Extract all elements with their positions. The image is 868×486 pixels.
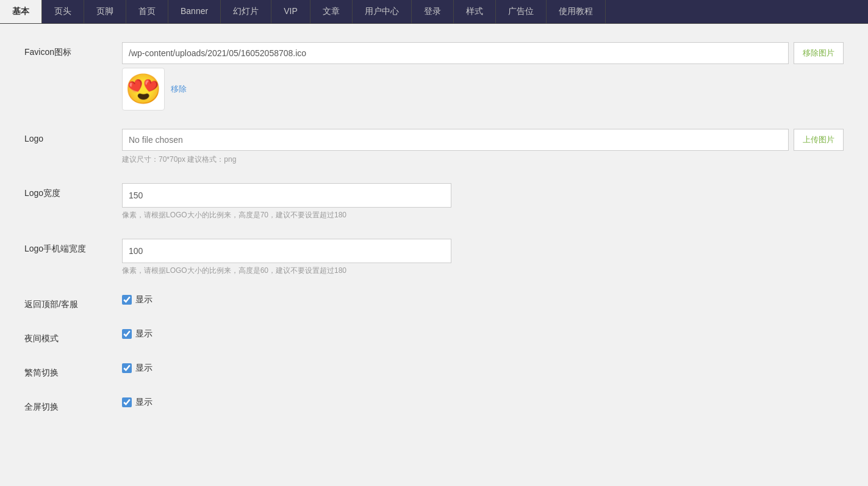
tab-home[interactable]: 首页 bbox=[126, 0, 168, 23]
back-to-top-checkbox-row: 显示 bbox=[122, 294, 844, 305]
logo-width-row: Logo宽度 像素，请根据LOGO大小的比例来，高度是70，建议不要设置超过18… bbox=[24, 183, 844, 220]
fullscreen-checkbox-label: 显示 bbox=[135, 397, 152, 408]
night-mode-checkbox-label: 显示 bbox=[135, 328, 152, 339]
back-to-top-label: 返回顶部/客服 bbox=[24, 294, 122, 310]
logo-input[interactable] bbox=[122, 129, 789, 151]
tab-banner[interactable]: Banner bbox=[168, 0, 221, 23]
logo-mobile-width-label: Logo手机端宽度 bbox=[24, 239, 122, 255]
tab-login[interactable]: 登录 bbox=[412, 0, 454, 23]
logo-width-control: 像素，请根据LOGO大小的比例来，高度是70，建议不要设置超过180 bbox=[122, 183, 844, 220]
back-to-top-row: 返回顶部/客服 显示 bbox=[24, 294, 844, 310]
tab-vip[interactable]: VIP bbox=[271, 0, 310, 23]
logo-row: Logo 上传图片 建议尺寸：70*70px 建议格式：png bbox=[24, 129, 844, 165]
logo-mobile-width-row: Logo手机端宽度 像素，请根据LOGO大小的比例来，高度是60，建议不要设置超… bbox=[24, 239, 844, 276]
night-mode-checkbox[interactable] bbox=[122, 329, 132, 339]
trad-simp-checkbox-label: 显示 bbox=[135, 363, 152, 374]
favicon-input-group: 移除图片 bbox=[122, 42, 844, 64]
favicon-control: 移除图片 😍 移除 bbox=[122, 42, 844, 111]
fullscreen-checkbox[interactable] bbox=[122, 397, 132, 407]
logo-hint: 建议尺寸：70*70px 建议格式：png bbox=[122, 154, 844, 165]
trad-simp-control: 显示 bbox=[122, 363, 844, 374]
logo-width-hint: 像素，请根据LOGO大小的比例来，高度是70，建议不要设置超过180 bbox=[122, 210, 844, 220]
logo-width-input[interactable] bbox=[122, 183, 451, 208]
tab-style[interactable]: 样式 bbox=[454, 0, 496, 23]
tab-user-center[interactable]: 用户中心 bbox=[353, 0, 412, 23]
back-to-top-control: 显示 bbox=[122, 294, 844, 305]
logo-width-label: Logo宽度 bbox=[24, 183, 122, 199]
tab-basic[interactable]: 基本 bbox=[0, 0, 42, 23]
fullscreen-row: 全屏切换 显示 bbox=[24, 397, 844, 413]
tab-header[interactable]: 页头 bbox=[42, 0, 84, 23]
night-mode-row: 夜间模式 显示 bbox=[24, 328, 844, 344]
trad-simp-checkbox[interactable] bbox=[122, 363, 132, 373]
trad-simp-checkbox-row: 显示 bbox=[122, 363, 844, 374]
favicon-row: Favicon图标 移除图片 😍 移除 bbox=[24, 42, 844, 111]
night-mode-checkbox-row: 显示 bbox=[122, 328, 844, 339]
night-mode-control: 显示 bbox=[122, 328, 844, 339]
logo-control: 上传图片 建议尺寸：70*70px 建议格式：png bbox=[122, 129, 844, 165]
favicon-preview: 😍 移除 bbox=[122, 68, 844, 111]
favicon-remove-link[interactable]: 移除 bbox=[171, 84, 187, 95]
logo-mobile-width-control: 像素，请根据LOGO大小的比例来，高度是60，建议不要设置超过180 bbox=[122, 239, 844, 276]
logo-mobile-width-input[interactable] bbox=[122, 239, 451, 263]
logo-mobile-width-hint: 像素，请根据LOGO大小的比例来，高度是60，建议不要设置超过180 bbox=[122, 266, 844, 276]
tab-article[interactable]: 文章 bbox=[310, 0, 353, 23]
favicon-label: Favicon图标 bbox=[24, 42, 122, 58]
fullscreen-checkbox-row: 显示 bbox=[122, 397, 844, 408]
favicon-input[interactable] bbox=[122, 42, 789, 64]
trad-simp-label: 繁简切换 bbox=[24, 363, 122, 379]
logo-upload-button[interactable]: 上传图片 bbox=[794, 129, 844, 151]
night-mode-label: 夜间模式 bbox=[24, 328, 122, 344]
main-content: Favicon图标 移除图片 😍 移除 Logo 上传图片 建议尺寸：70*70… bbox=[0, 24, 868, 484]
fullscreen-label: 全屏切换 bbox=[24, 397, 122, 413]
fullscreen-control: 显示 bbox=[122, 397, 844, 408]
logo-label: Logo bbox=[24, 129, 122, 143]
back-to-top-checkbox[interactable] bbox=[122, 295, 132, 305]
favicon-remove-button[interactable]: 移除图片 bbox=[794, 42, 844, 64]
tab-footer[interactable]: 页脚 bbox=[84, 0, 126, 23]
trad-simp-row: 繁简切换 显示 bbox=[24, 363, 844, 379]
tab-ad[interactable]: 广告位 bbox=[496, 0, 547, 23]
favicon-image-box: 😍 bbox=[122, 68, 165, 111]
tab-navigation: 基本 页头 页脚 首页 Banner 幻灯片 VIP 文章 用户中心 登录 样式… bbox=[0, 0, 868, 24]
tab-tutorial[interactable]: 使用教程 bbox=[547, 0, 606, 23]
favicon-emoji: 😍 bbox=[125, 74, 162, 104]
tab-slideshow[interactable]: 幻灯片 bbox=[221, 0, 271, 23]
logo-input-group: 上传图片 bbox=[122, 129, 844, 151]
back-to-top-checkbox-label: 显示 bbox=[135, 294, 152, 305]
